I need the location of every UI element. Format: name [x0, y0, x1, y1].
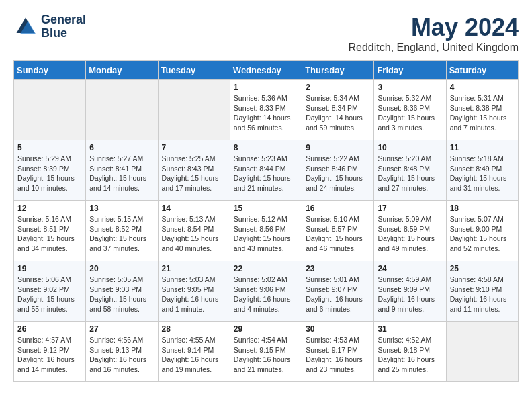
calendar-cell: 20Sunrise: 5:05 AM Sunset: 9:03 PM Dayli… — [86, 261, 158, 322]
calendar-cell: 6Sunrise: 5:27 AM Sunset: 8:41 PM Daylig… — [86, 140, 158, 201]
day-number: 19 — [17, 264, 82, 273]
calendar-week-4: 26Sunrise: 4:57 AM Sunset: 9:12 PM Dayli… — [14, 322, 519, 382]
day-number: 28 — [162, 324, 226, 334]
calendar-cell: 29Sunrise: 4:54 AM Sunset: 9:15 PM Dayli… — [230, 322, 302, 382]
logo-line1: General — [41, 13, 86, 27]
day-number: 13 — [89, 203, 154, 213]
day-info: Sunrise: 4:58 AM Sunset: 9:10 PM Dayligh… — [450, 275, 515, 314]
day-number: 1 — [234, 83, 298, 92]
calendar-table: SundayMondayTuesdayWednesdayThursdayFrid… — [13, 60, 519, 382]
calendar-cell: 8Sunrise: 5:23 AM Sunset: 8:44 PM Daylig… — [230, 140, 302, 201]
day-info: Sunrise: 5:18 AM Sunset: 8:49 PM Dayligh… — [450, 154, 515, 193]
calendar-cell — [158, 80, 230, 140]
day-number: 7 — [162, 143, 226, 152]
day-number: 30 — [306, 324, 370, 334]
day-info: Sunrise: 5:29 AM Sunset: 8:39 PM Dayligh… — [17, 154, 82, 193]
calendar-week-3: 19Sunrise: 5:06 AM Sunset: 9:02 PM Dayli… — [14, 261, 519, 322]
calendar-cell: 16Sunrise: 5:10 AM Sunset: 8:57 PM Dayli… — [302, 201, 374, 261]
calendar-cell: 4Sunrise: 5:31 AM Sunset: 8:38 PM Daylig… — [446, 80, 518, 140]
day-number: 5 — [17, 143, 82, 152]
day-info: Sunrise: 5:34 AM Sunset: 8:34 PM Dayligh… — [306, 93, 370, 133]
day-number: 24 — [378, 264, 442, 273]
day-info: Sunrise: 5:22 AM Sunset: 8:46 PM Dayligh… — [306, 154, 370, 193]
calendar-cell: 31Sunrise: 4:52 AM Sunset: 9:18 PM Dayli… — [374, 322, 446, 382]
day-number: 25 — [450, 264, 515, 273]
calendar-cell: 24Sunrise: 4:59 AM Sunset: 9:09 PM Dayli… — [374, 261, 446, 322]
day-info: Sunrise: 5:07 AM Sunset: 9:00 PM Dayligh… — [450, 214, 515, 254]
calendar-week-0: 1Sunrise: 5:36 AM Sunset: 8:33 PM Daylig… — [14, 80, 519, 140]
calendar-cell: 30Sunrise: 4:53 AM Sunset: 9:17 PM Dayli… — [302, 322, 374, 382]
logo-text: General Blue — [41, 13, 86, 40]
day-info: Sunrise: 5:27 AM Sunset: 8:41 PM Dayligh… — [89, 154, 154, 193]
day-info: Sunrise: 5:20 AM Sunset: 8:48 PM Dayligh… — [378, 154, 442, 193]
day-info: Sunrise: 5:12 AM Sunset: 8:56 PM Dayligh… — [234, 214, 298, 254]
calendar-cell: 23Sunrise: 5:01 AM Sunset: 9:07 PM Dayli… — [302, 261, 374, 322]
header-cell-saturday: Saturday — [446, 61, 518, 80]
day-number: 3 — [378, 83, 442, 92]
day-number: 11 — [450, 143, 515, 152]
calendar-cell: 7Sunrise: 5:25 AM Sunset: 8:43 PM Daylig… — [158, 140, 230, 201]
calendar-cell — [86, 80, 158, 140]
day-info: Sunrise: 5:15 AM Sunset: 8:52 PM Dayligh… — [89, 214, 154, 254]
calendar-cell: 2Sunrise: 5:34 AM Sunset: 8:34 PM Daylig… — [302, 80, 374, 140]
day-info: Sunrise: 5:32 AM Sunset: 8:36 PM Dayligh… — [378, 93, 442, 133]
day-info: Sunrise: 5:03 AM Sunset: 9:05 PM Dayligh… — [162, 275, 226, 314]
calendar-cell: 14Sunrise: 5:13 AM Sunset: 8:54 PM Dayli… — [158, 201, 230, 261]
day-number: 2 — [306, 83, 370, 92]
header-cell-monday: Monday — [86, 61, 158, 80]
day-info: Sunrise: 4:52 AM Sunset: 9:18 PM Dayligh… — [378, 335, 442, 375]
day-info: Sunrise: 5:09 AM Sunset: 8:59 PM Dayligh… — [378, 214, 442, 254]
calendar-cell: 15Sunrise: 5:12 AM Sunset: 8:56 PM Dayli… — [230, 201, 302, 261]
calendar-cell: 26Sunrise: 4:57 AM Sunset: 9:12 PM Dayli… — [14, 322, 86, 382]
logo-icon — [13, 15, 38, 39]
calendar-cell: 1Sunrise: 5:36 AM Sunset: 8:33 PM Daylig… — [230, 80, 302, 140]
day-info: Sunrise: 4:57 AM Sunset: 9:12 PM Dayligh… — [17, 335, 82, 375]
header-cell-friday: Friday — [374, 61, 446, 80]
header-cell-tuesday: Tuesday — [158, 61, 230, 80]
day-info: Sunrise: 5:01 AM Sunset: 9:07 PM Dayligh… — [306, 275, 370, 314]
header-cell-sunday: Sunday — [14, 61, 86, 80]
day-number: 26 — [17, 324, 82, 334]
day-number: 27 — [89, 324, 154, 334]
calendar-cell: 19Sunrise: 5:06 AM Sunset: 9:02 PM Dayli… — [14, 261, 86, 322]
logo-line2: Blue — [41, 27, 86, 40]
day-info: Sunrise: 5:31 AM Sunset: 8:38 PM Dayligh… — [450, 93, 515, 133]
calendar-cell: 5Sunrise: 5:29 AM Sunset: 8:39 PM Daylig… — [14, 140, 86, 201]
day-number: 31 — [378, 324, 442, 334]
calendar-cell: 17Sunrise: 5:09 AM Sunset: 8:59 PM Dayli… — [374, 201, 446, 261]
calendar-cell: 12Sunrise: 5:16 AM Sunset: 8:51 PM Dayli… — [14, 201, 86, 261]
calendar-cell — [14, 80, 86, 140]
day-number: 29 — [234, 324, 298, 334]
calendar-week-2: 12Sunrise: 5:16 AM Sunset: 8:51 PM Dayli… — [14, 201, 519, 261]
day-info: Sunrise: 5:05 AM Sunset: 9:03 PM Dayligh… — [89, 275, 154, 314]
calendar-cell: 21Sunrise: 5:03 AM Sunset: 9:05 PM Dayli… — [158, 261, 230, 322]
day-info: Sunrise: 4:59 AM Sunset: 9:09 PM Dayligh… — [378, 275, 442, 314]
calendar-week-1: 5Sunrise: 5:29 AM Sunset: 8:39 PM Daylig… — [14, 140, 519, 201]
calendar-cell: 3Sunrise: 5:32 AM Sunset: 8:36 PM Daylig… — [374, 80, 446, 140]
day-number: 8 — [234, 143, 298, 152]
day-number: 17 — [378, 203, 442, 213]
day-number: 9 — [306, 143, 370, 152]
calendar-cell: 28Sunrise: 4:55 AM Sunset: 9:14 PM Dayli… — [158, 322, 230, 382]
day-number: 16 — [306, 203, 370, 213]
day-info: Sunrise: 5:10 AM Sunset: 8:57 PM Dayligh… — [306, 214, 370, 254]
day-number: 6 — [89, 143, 154, 152]
day-number: 21 — [162, 264, 226, 273]
day-info: Sunrise: 4:55 AM Sunset: 9:14 PM Dayligh… — [162, 335, 226, 375]
day-info: Sunrise: 5:23 AM Sunset: 8:44 PM Dayligh… — [234, 154, 298, 193]
calendar-cell: 10Sunrise: 5:20 AM Sunset: 8:48 PM Dayli… — [374, 140, 446, 201]
day-number: 14 — [162, 203, 226, 213]
calendar-cell: 25Sunrise: 4:58 AM Sunset: 9:10 PM Dayli… — [446, 261, 518, 322]
day-number: 18 — [450, 203, 515, 213]
calendar-cell — [446, 322, 518, 382]
calendar-cell: 27Sunrise: 4:56 AM Sunset: 9:13 PM Dayli… — [86, 322, 158, 382]
day-info: Sunrise: 4:56 AM Sunset: 9:13 PM Dayligh… — [89, 335, 154, 375]
day-number: 15 — [234, 203, 298, 213]
day-info: Sunrise: 5:36 AM Sunset: 8:33 PM Dayligh… — [234, 93, 298, 133]
calendar-header: SundayMondayTuesdayWednesdayThursdayFrid… — [14, 61, 519, 80]
day-info: Sunrise: 5:02 AM Sunset: 9:06 PM Dayligh… — [234, 275, 298, 314]
day-number: 23 — [306, 264, 370, 273]
header-cell-wednesday: Wednesday — [230, 61, 302, 80]
day-number: 20 — [89, 264, 154, 273]
calendar-cell: 13Sunrise: 5:15 AM Sunset: 8:52 PM Dayli… — [86, 201, 158, 261]
